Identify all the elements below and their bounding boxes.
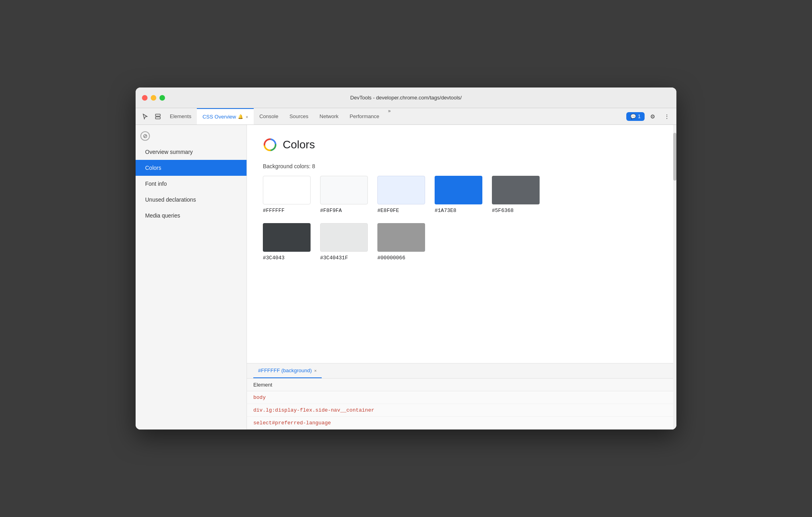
layers-icon[interactable] bbox=[152, 108, 164, 124]
maximize-button[interactable] bbox=[159, 95, 165, 101]
google-logo-icon bbox=[263, 138, 277, 152]
swatch-00000066[interactable]: #00000066 bbox=[377, 223, 425, 261]
swatch-3c40431f[interactable]: #3C40431F bbox=[320, 223, 368, 261]
bottom-panel: #FFFFFF (background) × Element body div.… bbox=[247, 363, 676, 430]
element-table-header: Element bbox=[247, 379, 676, 391]
sidebar-icon-row: ⊘ bbox=[136, 128, 247, 144]
element-row-select[interactable]: select#preferred-language bbox=[247, 417, 676, 430]
swatch-color-e8f0fe[interactable] bbox=[377, 176, 425, 204]
swatch-f8f9fa[interactable]: #F8F9FA bbox=[320, 176, 368, 214]
tab-console[interactable]: Console bbox=[254, 108, 284, 124]
chat-button[interactable]: 💬 1 bbox=[626, 112, 645, 121]
svg-rect-1 bbox=[155, 117, 160, 119]
tab-css-overview[interactable]: CSS Overview 🔔 × bbox=[197, 108, 254, 124]
swatch-color-3c4043[interactable] bbox=[263, 223, 311, 252]
sidebar-item-unused-declarations[interactable]: Unused declarations bbox=[136, 192, 247, 208]
element-table: Element body div.lg:display-flex.side-na… bbox=[247, 379, 676, 430]
swatch-label-1a73e8: #1A73E8 bbox=[435, 208, 457, 214]
colors-section: Colors Background colors: 8 #FFFFFF #F8F… bbox=[247, 125, 676, 363]
titlebar: DevTools - developer.chrome.com/tags/dev… bbox=[136, 87, 676, 108]
swatch-color-ffffff[interactable] bbox=[263, 176, 311, 204]
tab-performance[interactable]: Performance bbox=[344, 108, 385, 124]
swatch-color-1a73e8[interactable] bbox=[435, 176, 482, 204]
block-icon: ⊘ bbox=[140, 131, 150, 141]
swatches-row-1: #FFFFFF #F8F9FA #E8F0FE #1A73E8 bbox=[263, 176, 660, 214]
traffic-lights bbox=[142, 95, 165, 101]
element-row-div[interactable]: div.lg:display-flex.side-nav__container bbox=[247, 404, 676, 417]
swatch-color-5f6368[interactable] bbox=[492, 176, 540, 204]
bell-icon: 🔔 bbox=[238, 114, 243, 119]
window-title: DevTools - developer.chrome.com/tags/dev… bbox=[350, 95, 462, 101]
swatch-color-00000066[interactable] bbox=[377, 223, 425, 252]
bg-colors-label: Background colors: 8 bbox=[263, 163, 660, 169]
tabbar: Elements CSS Overview 🔔 × Console Source… bbox=[136, 108, 676, 125]
sidebar-item-font-info[interactable]: Font info bbox=[136, 176, 247, 192]
swatch-ffffff[interactable]: #FFFFFF bbox=[263, 176, 311, 214]
tab-network[interactable]: Network bbox=[314, 108, 344, 124]
swatch-label-f8f9fa: #F8F9FA bbox=[320, 208, 342, 214]
bottom-tab-ffffff[interactable]: #FFFFFF (background) × bbox=[253, 363, 322, 378]
close-button[interactable] bbox=[142, 95, 148, 101]
bottom-tab-bar: #FFFFFF (background) × bbox=[247, 363, 676, 379]
bottom-tab-close-icon[interactable]: × bbox=[314, 368, 317, 373]
sidebar: ⊘ Overview summary Colors Font info Unus… bbox=[136, 125, 247, 430]
swatch-3c4043[interactable]: #3C4043 bbox=[263, 223, 311, 261]
swatches-row-2: #3C4043 #3C40431F #00000066 bbox=[263, 223, 660, 261]
main-content: ⊘ Overview summary Colors Font info Unus… bbox=[136, 125, 676, 430]
tab-close-icon[interactable]: × bbox=[246, 115, 248, 119]
swatch-5f6368[interactable]: #5F6368 bbox=[492, 176, 540, 214]
tab-sources[interactable]: Sources bbox=[284, 108, 314, 124]
tabbar-actions: 💬 1 ⚙ ⋮ bbox=[626, 108, 673, 124]
swatch-label-3c40431f: #3C40431F bbox=[320, 255, 348, 261]
page-title: Colors bbox=[283, 138, 315, 151]
swatch-label-e8f0fe: #E8F0FE bbox=[377, 208, 399, 214]
swatch-label-3c4043: #3C4043 bbox=[263, 255, 285, 261]
more-button[interactable]: ⋮ bbox=[660, 111, 673, 122]
swatch-color-f8f9fa[interactable] bbox=[320, 176, 368, 204]
swatch-1a73e8[interactable]: #1A73E8 bbox=[435, 176, 482, 214]
sidebar-item-media-queries[interactable]: Media queries bbox=[136, 208, 247, 224]
swatch-color-3c40431f[interactable] bbox=[320, 223, 368, 252]
svg-rect-0 bbox=[155, 114, 160, 116]
colors-header: Colors bbox=[263, 138, 660, 152]
minimize-button[interactable] bbox=[151, 95, 156, 101]
cursor-icon[interactable] bbox=[139, 108, 152, 124]
swatch-label-00000066: #00000066 bbox=[377, 255, 405, 261]
chat-icon: 💬 bbox=[630, 114, 636, 119]
swatch-label-5f6368: #5F6368 bbox=[492, 208, 514, 214]
tabs-overflow-button[interactable]: » bbox=[385, 108, 394, 124]
sidebar-item-colors[interactable]: Colors bbox=[136, 160, 247, 176]
settings-button[interactable]: ⚙ bbox=[646, 111, 659, 122]
element-row-body[interactable]: body bbox=[247, 391, 676, 404]
sidebar-item-overview-summary[interactable]: Overview summary bbox=[136, 144, 247, 160]
tab-elements[interactable]: Elements bbox=[164, 108, 197, 124]
swatch-label-ffffff: #FFFFFF bbox=[263, 208, 285, 214]
devtools-window: DevTools - developer.chrome.com/tags/dev… bbox=[136, 87, 676, 430]
swatch-e8f0fe[interactable]: #E8F0FE bbox=[377, 176, 425, 214]
content-area: Colors Background colors: 8 #FFFFFF #F8F… bbox=[247, 125, 676, 363]
